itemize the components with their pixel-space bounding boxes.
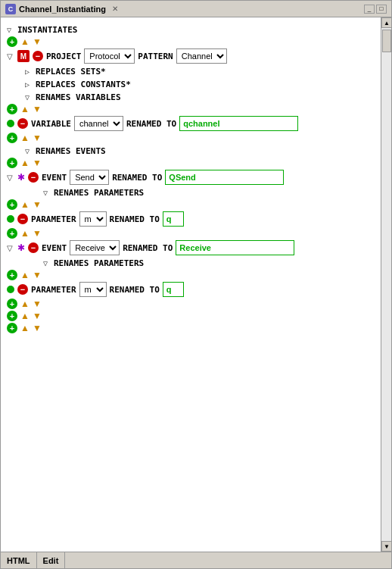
variables-controls: + ▲ ▼ (7, 104, 375, 114)
event2-row: ▽ ✱ − EVENT Receive RENAMED TO (7, 240, 375, 255)
maximize-button[interactable]: □ (376, 5, 387, 14)
up-param1-button[interactable]: ▲ (20, 200, 30, 209)
param2-select[interactable]: m (79, 282, 107, 297)
add-param2-button-2[interactable]: + (7, 299, 17, 309)
renames-params-2-toggle[interactable]: ▽ (43, 259, 51, 267)
renames-params-1-toggle[interactable]: ▽ (43, 189, 51, 197)
add-event-button-bottom[interactable]: + (7, 311, 17, 321)
event2-select[interactable]: Receive (70, 240, 120, 255)
replaces-sets-section: ▷ REPLACES SETS* (25, 67, 375, 77)
params2-controls-2: + ▲ ▼ (7, 299, 375, 309)
param2-label: PARAMETER (31, 285, 76, 295)
variable-renamed-input[interactable] (179, 116, 298, 131)
m-badge: M (17, 50, 30, 62)
title-bar: C Channel_Instantiating ✕ _ □ (1, 1, 391, 17)
renames-events-label: RENAMES EVENTS (36, 146, 106, 156)
add-outer-button-bottom[interactable]: + (7, 323, 17, 333)
param1-label: PARAMETER (31, 214, 76, 224)
minimize-button[interactable]: _ (364, 5, 375, 14)
add-instantiate-button[interactable]: + (7, 36, 17, 47)
project-toggle[interactable]: ▽ (7, 52, 14, 61)
param2-row: − PARAMETER m RENAMED TO (7, 282, 375, 297)
renames-params-2-label: RENAMES PARAMETERS (54, 258, 144, 268)
scroll-track[interactable] (381, 28, 391, 541)
renames-events-section: ▽ RENAMES EVENTS (25, 146, 375, 156)
remove-param1-button[interactable]: − (17, 214, 28, 224)
up-outer-button-bottom[interactable]: ▲ (20, 324, 30, 333)
scroll-thumb[interactable] (382, 30, 391, 52)
up-instantiate-button[interactable]: ▲ (20, 37, 30, 46)
down-param1-button-2[interactable]: ▼ (33, 229, 42, 238)
renamed-to-label-5: RENAMED TO (110, 285, 160, 295)
down-event-button-bottom[interactable]: ▼ (33, 311, 42, 320)
html-tab[interactable]: HTML (1, 552, 37, 568)
remove-event2-button[interactable]: − (28, 242, 39, 253)
remove-project-button[interactable]: − (33, 51, 43, 61)
replaces-constants-toggle[interactable]: ▷ (25, 80, 33, 89)
down-param2-button-2[interactable]: ▼ (33, 299, 42, 308)
down-event-button[interactable]: ▼ (33, 158, 42, 167)
down-variable-button-2[interactable]: ▼ (33, 133, 42, 142)
title-bar-left: C Channel_Instantiating ✕ (5, 4, 118, 14)
event1-renamed-input[interactable] (165, 170, 284, 185)
project-select[interactable]: Protocol (84, 48, 135, 64)
scrollbar: ▲ ▼ (381, 17, 391, 552)
renames-variables-toggle[interactable]: ▽ (25, 93, 33, 102)
replaces-constants-label: REPLACES CONSTANTS* (36, 80, 131, 89)
add-param2-button[interactable]: + (7, 270, 17, 280)
main-window: C Channel_Instantiating ✕ _ □ ▽ INSTANTI… (0, 0, 392, 569)
pattern-select[interactable]: Channel (176, 48, 227, 64)
events-controls: + ▲ ▼ (7, 158, 375, 168)
instantiates-section: ▽ INSTANTIATES (7, 25, 375, 35)
params2-controls: + ▲ ▼ (7, 270, 375, 280)
up-param1-button-2[interactable]: ▲ (20, 229, 30, 238)
event2-renamed-input[interactable] (176, 240, 294, 255)
remove-event1-button[interactable]: − (28, 172, 39, 183)
event1-toggle[interactable]: ▽ (7, 174, 14, 182)
down-param2-button[interactable]: ▼ (33, 270, 42, 280)
pattern-label: PATTERN (138, 52, 173, 61)
variables-controls-2: + ▲ ▼ (7, 133, 375, 143)
close-tab-button[interactable]: ✕ (112, 5, 118, 13)
edit-tab[interactable]: Edit (37, 552, 66, 568)
down-instantiate-button[interactable]: ▼ (33, 37, 42, 46)
add-event-button[interactable]: + (7, 158, 17, 168)
down-param1-button[interactable]: ▼ (33, 200, 42, 209)
remove-param2-button[interactable]: − (17, 284, 28, 295)
up-variable-button-2[interactable]: ▲ (20, 133, 30, 142)
params1-controls: + ▲ ▼ (7, 199, 375, 210)
main-content: ▽ INSTANTIATES + ▲ ▼ ▽ M − PROJECT Proto… (1, 17, 381, 552)
up-event-button-bottom[interactable]: ▲ (20, 311, 30, 320)
variable-select[interactable]: channel (74, 116, 123, 131)
renames-events-toggle[interactable]: ▽ (25, 147, 33, 155)
up-variable-button[interactable]: ▲ (20, 105, 30, 114)
outer-controls-bottom: + ▲ ▼ (7, 323, 375, 333)
add-variable-button[interactable]: + (7, 104, 17, 114)
scroll-down-button[interactable]: ▼ (381, 541, 391, 552)
down-outer-button-bottom[interactable]: ▼ (33, 324, 42, 333)
up-param2-button[interactable]: ▲ (20, 270, 30, 280)
params1-controls-2: + ▲ ▼ (7, 228, 375, 239)
event1-select[interactable]: Send (70, 170, 109, 185)
replaces-constants-section: ▷ REPLACES CONSTANTS* (25, 80, 375, 89)
project-label: PROJECT (46, 52, 81, 61)
remove-variable-button[interactable]: − (17, 118, 28, 129)
event2-label: EVENT (42, 243, 67, 253)
param2-renamed-input[interactable] (163, 282, 184, 297)
down-variable-button[interactable]: ▼ (33, 105, 42, 114)
up-event-button[interactable]: ▲ (20, 158, 30, 167)
param1-renamed-input[interactable] (163, 211, 184, 227)
events-controls-bottom: + ▲ ▼ (7, 311, 375, 321)
event2-star: ✱ (17, 242, 25, 253)
instantiates-toggle[interactable]: ▽ (7, 26, 14, 34)
up-param2-button-2[interactable]: ▲ (20, 299, 30, 308)
scroll-up-button[interactable]: ▲ (381, 17, 391, 28)
renames-params-1-section: ▽ RENAMES PARAMETERS (43, 188, 375, 198)
replaces-sets-toggle[interactable]: ▷ (25, 67, 33, 76)
add-param1-button-2[interactable]: + (7, 228, 17, 239)
event2-toggle[interactable]: ▽ (7, 244, 14, 252)
param1-select[interactable]: m (79, 211, 107, 227)
add-variable-button-2[interactable]: + (7, 133, 17, 143)
add-param1-button[interactable]: + (7, 199, 17, 210)
param1-dot (7, 215, 14, 223)
